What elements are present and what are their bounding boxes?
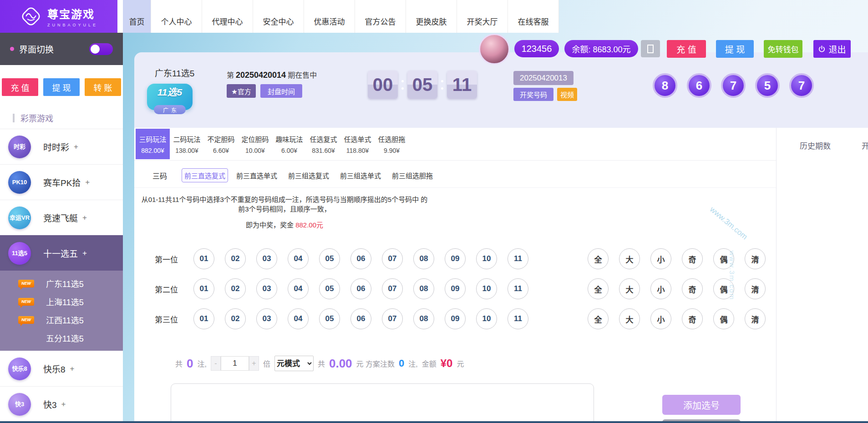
sidebar-menu-item[interactable]: PK10 赛车PK拾 + <box>0 164 123 200</box>
quick-select-button[interactable]: 大 <box>619 248 640 269</box>
quick-select-button[interactable]: 奇 <box>682 278 703 299</box>
play-type-tab[interactable]: 趣味玩法 6.00¥ <box>272 129 306 159</box>
sidebar-submenu-item[interactable]: NEW 江西11选5 <box>0 311 123 329</box>
quick-select-button[interactable]: 偶 <box>713 278 734 299</box>
quick-select-button[interactable]: 大 <box>619 278 640 299</box>
quick-select-button[interactable]: 全 <box>588 278 609 299</box>
close-time-button[interactable]: 封盘时间 <box>260 84 302 98</box>
number-ball[interactable]: 11 <box>508 278 528 299</box>
refresh-balance-button[interactable] <box>641 40 660 57</box>
number-ball[interactable]: 11 <box>508 308 528 329</box>
nav-item[interactable]: 更换皮肤 <box>406 0 457 33</box>
number-ball[interactable]: 03 <box>256 248 277 269</box>
number-ball[interactable]: 04 <box>288 248 309 269</box>
number-ball[interactable]: 08 <box>413 308 434 329</box>
quick-select-button[interactable]: 小 <box>650 278 671 299</box>
selected-numbers-textarea[interactable] <box>171 383 594 423</box>
quick-select-button[interactable]: 全 <box>588 308 609 329</box>
number-ball[interactable]: 06 <box>350 308 371 329</box>
number-ball[interactable]: 02 <box>225 248 246 269</box>
number-ball[interactable]: 04 <box>288 278 309 299</box>
sub-play-tab[interactable]: 前三组选胆拖 <box>389 168 436 182</box>
quick-select-button[interactable]: 小 <box>650 308 671 329</box>
number-ball[interactable]: 09 <box>445 278 466 299</box>
number-ball[interactable]: 01 <box>193 278 214 299</box>
withdraw-top-button[interactable]: 提 现 <box>716 40 754 58</box>
free-wallet-button[interactable]: 免转钱包 <box>764 40 802 58</box>
multiplier-minus-button[interactable]: - <box>211 356 221 371</box>
sidebar-menu-item[interactable]: 快乐8 快乐8 + <box>0 351 123 386</box>
recharge-button[interactable]: 充 值 <box>2 78 38 96</box>
sidebar-submenu-item[interactable]: NEW 上海11选5 <box>0 292 123 311</box>
transfer-button[interactable]: 转 账 <box>85 78 121 96</box>
sub-play-tab[interactable]: 前三直选单式 <box>233 168 280 182</box>
nav-item[interactable]: 代理中心 <box>202 0 253 33</box>
sidebar-menu-item[interactable]: 快3 快3 + <box>0 386 123 422</box>
number-ball[interactable]: 01 <box>193 248 214 269</box>
play-type-tab[interactable]: 不定胆码 6.60¥ <box>204 129 238 159</box>
number-ball[interactable]: 09 <box>445 248 466 269</box>
play-type-tab[interactable]: 定位胆码 10.00¥ <box>238 129 272 159</box>
nav-item[interactable]: 个人中心 <box>151 0 202 33</box>
sub-play-tab[interactable]: 前三组选单式 <box>337 168 384 182</box>
mode-select[interactable]: 元模式 <box>274 356 314 371</box>
quick-select-button[interactable]: 大 <box>619 308 640 329</box>
number-ball[interactable]: 05 <box>319 248 340 269</box>
number-ball[interactable]: 06 <box>350 278 371 299</box>
nav-item[interactable]: 官方公告 <box>355 0 406 33</box>
play-type-tab[interactable]: 任选复式 831.60¥ <box>306 129 340 159</box>
quick-select-button[interactable]: 清 <box>745 278 766 299</box>
number-ball[interactable]: 10 <box>476 308 497 329</box>
video-button[interactable]: 视频 <box>557 88 577 101</box>
number-ball[interactable]: 10 <box>476 278 497 299</box>
number-ball[interactable]: 09 <box>445 308 466 329</box>
sub-play-tab[interactable]: 前三组选复式 <box>285 168 332 182</box>
quick-select-button[interactable]: 小 <box>650 248 671 269</box>
add-numbers-button[interactable]: 添加选号 <box>662 395 741 415</box>
number-ball[interactable]: 03 <box>256 278 277 299</box>
number-ball[interactable]: 06 <box>350 248 371 269</box>
nav-item[interactable]: 优惠活动 <box>304 0 355 33</box>
draw-numbers-button[interactable]: 开奖号码 <box>513 88 553 101</box>
number-ball[interactable]: 01 <box>193 308 214 329</box>
number-ball[interactable]: 02 <box>225 278 246 299</box>
quick-select-button[interactable]: 偶 <box>713 248 734 269</box>
quick-select-button[interactable]: 全 <box>588 248 609 269</box>
nav-item[interactable]: 安全中心 <box>253 0 304 33</box>
play-type-tab[interactable]: 二码玩法 138.00¥ <box>170 129 204 159</box>
number-ball[interactable]: 07 <box>382 308 403 329</box>
logout-button[interactable]: 退出 <box>813 40 851 58</box>
number-ball[interactable]: 08 <box>413 278 434 299</box>
quick-select-button[interactable]: 奇 <box>682 308 703 329</box>
nav-item[interactable]: 开奖大厅 <box>457 0 508 33</box>
nav-item[interactable]: 在线客服 <box>508 0 559 33</box>
number-ball[interactable]: 02 <box>225 308 246 329</box>
nav-item[interactable]: 首页 <box>123 0 151 33</box>
sidebar-menu-item[interactable]: 幸运VR 竞速飞艇 + <box>0 200 123 235</box>
sub-play-tab[interactable]: 前三直选复式 <box>182 168 228 182</box>
sidebar-menu-item[interactable]: 时彩 时时彩 + <box>0 129 123 164</box>
sidebar-menu-item[interactable]: 11选5 十一选五 + <box>0 235 123 271</box>
quick-select-button[interactable]: 清 <box>745 248 766 269</box>
avatar[interactable] <box>479 34 510 65</box>
number-ball[interactable]: 10 <box>476 248 497 269</box>
quick-select-button[interactable]: 清 <box>745 308 766 329</box>
skin-toggle-switch[interactable] <box>89 43 113 55</box>
quick-select-button[interactable]: 奇 <box>682 248 703 269</box>
number-ball[interactable]: 03 <box>256 308 277 329</box>
number-ball[interactable]: 04 <box>288 308 309 329</box>
number-ball[interactable]: 07 <box>382 278 403 299</box>
number-ball[interactable]: 11 <box>508 248 528 269</box>
multiplier-plus-button[interactable]: + <box>249 356 259 371</box>
number-ball[interactable]: 07 <box>382 248 403 269</box>
sidebar-submenu-item[interactable]: NEW 广东11选5 <box>0 274 123 292</box>
sidebar-submenu-item[interactable]: 五分11选5 <box>0 329 123 347</box>
number-ball[interactable]: 08 <box>413 248 434 269</box>
play-type-tab[interactable]: 任选单式 118.80¥ <box>340 129 375 159</box>
multiplier-input[interactable] <box>221 356 249 371</box>
withdraw-button[interactable]: 提 现 <box>43 78 80 96</box>
play-type-tab[interactable]: 任选胆拖 9.90¥ <box>375 129 409 159</box>
number-ball[interactable]: 05 <box>319 308 340 329</box>
number-ball[interactable]: 05 <box>319 278 340 299</box>
quick-select-button[interactable]: 偶 <box>713 308 734 329</box>
